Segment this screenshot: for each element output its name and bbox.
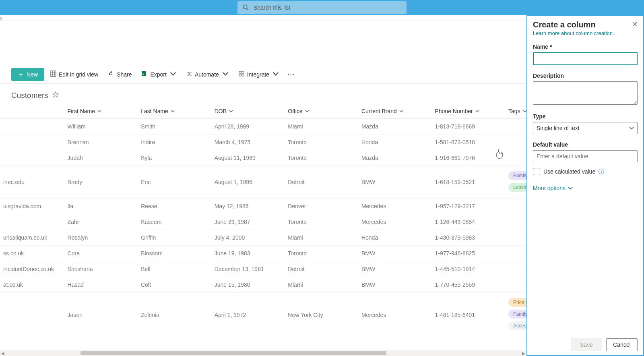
cell-brand: Honda <box>358 230 432 246</box>
search-box[interactable] <box>237 1 407 14</box>
chevron-down-icon <box>97 109 101 113</box>
header-label: First Name <box>68 108 95 114</box>
cell-dob: April 28, 1989 <box>211 119 285 135</box>
automate-button[interactable]: Automate <box>182 68 233 81</box>
default-value-input[interactable] <box>533 150 638 162</box>
cell-dob: August 11, 1989 <box>211 150 285 166</box>
cell-office: Miami <box>285 230 358 246</box>
scroll-right-arrow-icon[interactable]: ▶ <box>521 351 526 356</box>
close-icon[interactable] <box>632 21 638 28</box>
cell-phone: 1-957-129-3217 <box>431 199 505 214</box>
cell-first-name: Rosalyn <box>64 230 138 246</box>
column-header-office[interactable]: Office <box>285 104 358 119</box>
column-header-last-name[interactable]: Last Name <box>138 104 211 119</box>
horizontal-scrollbar[interactable]: ◀ ▶ <box>0 350 526 356</box>
cell-first-name: Judah <box>64 150 138 166</box>
cell-dob: August 1, 1995 <box>211 166 285 199</box>
column-type-select[interactable]: Single line of text <box>533 122 638 134</box>
scroll-track[interactable] <box>6 350 521 356</box>
flow-icon <box>186 70 192 78</box>
cell-brand: Mazda <box>358 150 432 166</box>
learn-more-link[interactable]: Learn more about column creation. <box>533 30 638 36</box>
scroll-thumb[interactable] <box>80 351 386 355</box>
cell-phone: 1-977-946-8825 <box>431 246 505 261</box>
new-button-label: New <box>27 71 38 78</box>
header-label: Office <box>288 108 302 114</box>
integrate-label: Integrate <box>247 71 269 78</box>
cell-office: New York City <box>285 293 358 337</box>
chevron-down-icon <box>221 70 229 78</box>
export-button[interactable]: x Export <box>137 68 180 81</box>
cell-office: Miami <box>285 119 358 135</box>
clip-indicator: x <box>0 16 2 21</box>
header-label: DOB <box>215 108 227 114</box>
cell-clip: inec.edu <box>0 166 64 199</box>
cell-office: Toronto <box>285 246 358 261</box>
svg-rect-10 <box>242 71 244 73</box>
cell-office: Detroit <box>285 261 358 277</box>
cell-clip: urisaliquam.co.uk <box>0 230 64 246</box>
svg-rect-2 <box>50 71 56 77</box>
search-input[interactable] <box>253 4 402 11</box>
create-column-panel: Create a column Learn more about column … <box>526 15 644 356</box>
panel-title: Create a column <box>533 20 596 29</box>
header-label: Tags <box>508 108 520 114</box>
cell-first-name: Shoshana <box>64 261 138 277</box>
cell-phone: 1-126-443-0854 <box>431 214 505 230</box>
grid-icon <box>50 70 56 78</box>
svg-line-1 <box>247 8 248 10</box>
more-options-toggle[interactable]: More options <box>533 185 638 191</box>
cell-phone: 1-430-373-5983 <box>431 230 505 246</box>
more-actions-button[interactable]: ··· <box>285 71 298 78</box>
scroll-left-arrow-icon[interactable]: ◀ <box>0 351 6 356</box>
cell-last-name: Eric <box>138 166 211 199</box>
chevron-down-icon <box>305 109 309 113</box>
cell-phone: 1-481-185-6401 <box>431 293 505 337</box>
cell-phone: 1-618-159-3521 <box>431 166 505 199</box>
column-description-input[interactable] <box>533 81 638 105</box>
column-name-input[interactable] <box>533 52 638 65</box>
cell-last-name: Kyla <box>138 150 211 166</box>
cell-last-name: Bell <box>138 261 211 277</box>
cell-office: Detroit <box>285 166 358 199</box>
cell-phone: 1-770-455-2559 <box>431 277 505 293</box>
cell-dob: June 23, 1987 <box>211 214 285 230</box>
column-header-dob[interactable]: DOB <box>211 104 285 119</box>
chevron-down-icon <box>229 109 233 113</box>
share-button[interactable]: Share <box>104 68 136 81</box>
cell-clip <box>0 150 64 166</box>
use-calculated-label: Use calculated value <box>543 168 595 175</box>
chevron-down-icon <box>169 70 176 78</box>
save-button[interactable]: Save <box>571 338 602 351</box>
cell-brand: BMW <box>358 166 432 199</box>
name-field-label: Name * <box>533 43 638 50</box>
cell-first-name: Ila <box>64 199 138 214</box>
column-header-phone[interactable]: Phone Number <box>431 104 505 119</box>
share-icon <box>108 70 114 78</box>
favorite-star-icon[interactable] <box>52 91 59 100</box>
info-icon[interactable]: i <box>599 169 604 174</box>
column-header-brand[interactable]: Current Brand <box>358 104 432 119</box>
integrate-button[interactable]: Integrate <box>234 68 283 81</box>
search-icon <box>242 4 253 12</box>
cell-office: Toronto <box>285 135 358 150</box>
column-header-first-name[interactable]: First Name <box>64 104 138 119</box>
use-calculated-checkbox[interactable] <box>533 168 540 175</box>
cell-dob: June 19, 1983 <box>211 246 285 261</box>
chevron-down-icon <box>629 126 634 130</box>
chevron-down-icon <box>568 186 573 190</box>
cell-first-name: William <box>64 119 138 135</box>
cell-dob: April 1, 1972 <box>211 293 285 337</box>
edit-grid-button[interactable]: Edit in grid view <box>46 68 102 81</box>
automate-label: Automate <box>195 71 219 78</box>
cell-dob: March 4, 1975 <box>211 135 285 150</box>
excel-icon: x <box>141 70 148 78</box>
cancel-button[interactable]: Cancel <box>606 338 638 351</box>
new-button[interactable]: ＋ New <box>11 68 44 81</box>
description-field-label: Description <box>533 72 638 79</box>
cell-last-name: Blossom <box>138 246 211 261</box>
cell-brand: BMW <box>358 261 432 277</box>
svg-marker-13 <box>53 92 58 97</box>
svg-text:x: x <box>142 72 144 76</box>
cell-dob: July 4, 2000 <box>211 230 285 246</box>
